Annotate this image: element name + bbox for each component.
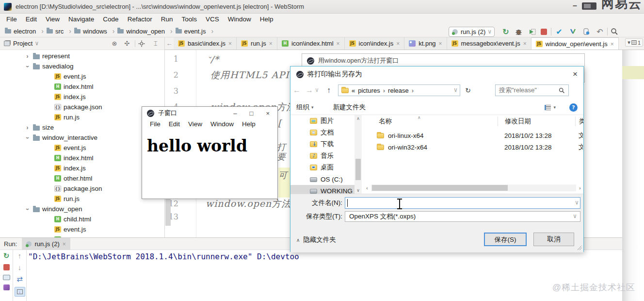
- chevron-icon[interactable]: [24, 134, 31, 141]
- menu-item[interactable]: Edit: [21, 14, 41, 25]
- tree-item[interactable]: other.html: [0, 173, 164, 184]
- minimize-icon[interactable]: –: [233, 110, 237, 117]
- tree-item[interactable]: package.json: [0, 184, 164, 194]
- rerun-button[interactable]: ↻: [3, 252, 10, 260]
- hide-panel-button[interactable]: ⌶: [151, 40, 161, 48]
- editor-tab[interactable]: messagebox\event.js: [447, 37, 531, 50]
- rollback-button[interactable]: ↶: [595, 26, 605, 37]
- filetype-select[interactable]: OpenXPS 文档(*.oxps) \/: [345, 211, 580, 222]
- update-project-button[interactable]: [567, 26, 578, 37]
- sidebar-item[interactable]: 图片: [290, 115, 354, 127]
- new-folder-button[interactable]: 新建文件夹: [333, 103, 366, 112]
- scroll-right-icon[interactable]: ›: [576, 185, 584, 191]
- file-row[interactable]: ori-linux-x64 2018/10/2 13:28 文件夹: [363, 130, 584, 141]
- menu-item[interactable]: Window: [210, 120, 234, 128]
- breadcrumb-item[interactable]: electron: [5, 27, 47, 35]
- sidebar-scrollbar[interactable]: ∧ ∨: [354, 115, 362, 194]
- down-stack-trace-button[interactable]: ↓: [18, 264, 22, 271]
- view-mode-button[interactable]: ▾: [545, 105, 556, 110]
- attach-device-button[interactable]: [581, 26, 592, 37]
- sidebar-item[interactable]: 文档: [290, 127, 354, 138]
- sidebar-item[interactable]: 下载: [290, 138, 354, 150]
- stop-button[interactable]: [538, 26, 549, 37]
- horizontal-scrollbar[interactable]: ‹ ›: [363, 184, 584, 192]
- tree-item[interactable]: index.html: [0, 153, 164, 163]
- run-with-coverage-button[interactable]: [527, 26, 537, 37]
- filename-input[interactable]: [348, 200, 561, 207]
- tree-item[interactable]: run.js: [0, 112, 164, 122]
- close-tab-icon[interactable]: [269, 40, 273, 47]
- tree-item[interactable]: index.html: [0, 82, 164, 92]
- menu-item[interactable]: Window: [224, 14, 256, 25]
- tree-item[interactable]: savedialog: [0, 61, 164, 71]
- filename-input-wrap[interactable]: \/: [345, 197, 580, 209]
- menu-item[interactable]: File: [150, 120, 161, 128]
- breadcrumb-item[interactable]: windows: [74, 27, 118, 35]
- tree-item[interactable]: event.js: [0, 71, 164, 82]
- dialog-title-bar[interactable]: 将打印输出另存为 ×: [290, 67, 583, 82]
- editor-tab[interactable]: basic\index.js: [174, 37, 237, 50]
- project-panel-title[interactable]: Project: [13, 40, 32, 47]
- chevron-icon[interactable]: [24, 63, 31, 70]
- fold-marker-icon[interactable]: ⌄: [208, 52, 213, 60]
- chevron-down-icon[interactable]: \/: [35, 41, 38, 46]
- up-stack-trace-button[interactable]: ↑: [18, 252, 22, 260]
- sidebar-item[interactable]: OS (C:): [290, 173, 354, 185]
- tabs-scroll-left-icon[interactable]: [165, 37, 174, 50]
- scrollbar-track[interactable]: [371, 184, 576, 191]
- menu-item[interactable]: Tools: [177, 14, 201, 25]
- console-output[interactable]: "D:\JetBrains\WebStorm 2018.1.4\bin\runn…: [28, 252, 300, 267]
- restore-layout-button[interactable]: ⇄: [16, 275, 23, 283]
- chevron-icon[interactable]: [24, 124, 31, 131]
- tree-item[interactable]: index.js: [0, 92, 164, 102]
- close-icon[interactable]: ×: [573, 69, 578, 79]
- locate-file-button[interactable]: ✣: [122, 40, 132, 47]
- editor-tab[interactable]: icon\index.html: [277, 37, 345, 50]
- child-window-title-bar[interactable]: 子窗口 – □ ×: [142, 107, 277, 119]
- settings-gear-button[interactable]: [138, 40, 148, 47]
- refresh-button[interactable]: ↻: [462, 84, 474, 96]
- close-tab-icon[interactable]: [63, 240, 66, 248]
- run-button[interactable]: ↻: [500, 26, 511, 37]
- menu-item[interactable]: Edit: [169, 120, 180, 128]
- menu-item[interactable]: Code: [98, 14, 123, 25]
- run-tab[interactable]: run.js (2): [22, 238, 70, 250]
- close-icon[interactable]: ×: [266, 110, 270, 117]
- column-header-type[interactable]: 类型: [579, 117, 583, 126]
- save-button[interactable]: 保存(S): [484, 233, 527, 246]
- sidebar-item[interactable]: 桌面: [290, 162, 354, 173]
- menu-item[interactable]: File: [2, 14, 21, 25]
- scrollbar-thumb[interactable]: [355, 159, 361, 180]
- menu-item[interactable]: View: [41, 14, 64, 25]
- tool-button[interactable]: [3, 284, 10, 290]
- scroll-to-end-button[interactable]: ↓: [15, 287, 25, 297]
- scroll-down-icon[interactable]: ∨: [354, 188, 362, 193]
- close-tab-icon[interactable]: [611, 40, 614, 48]
- search-box[interactable]: 搜索"release": [495, 84, 569, 96]
- scroll-up-icon[interactable]: ∧: [354, 116, 362, 121]
- tree-item[interactable]: window_open: [0, 204, 164, 214]
- chevron-icon[interactable]: [24, 206, 31, 213]
- show-console-button[interactable]: [3, 275, 10, 280]
- back-button[interactable]: ←: [290, 86, 303, 95]
- tree-item[interactable]: run.js: [0, 194, 164, 204]
- tree-item[interactable]: package.json: [0, 102, 164, 112]
- tree-item[interactable]: child.html: [0, 214, 164, 224]
- scroll-left-icon[interactable]: ‹: [363, 185, 371, 191]
- chevron-down-icon[interactable]: \/: [576, 201, 578, 205]
- search-everywhere-button[interactable]: [609, 26, 620, 37]
- column-header-date[interactable]: 修改日期: [505, 117, 579, 126]
- maximize-icon[interactable]: □: [250, 110, 254, 117]
- menu-item[interactable]: Refactor: [123, 14, 157, 25]
- close-tab-icon[interactable]: [228, 40, 232, 47]
- tree-item[interactable]: represent: [0, 51, 164, 61]
- menu-item[interactable]: Navigate: [64, 14, 98, 25]
- close-tab-icon[interactable]: [396, 40, 400, 47]
- tree-item[interactable]: size: [0, 122, 164, 133]
- stop-button[interactable]: [3, 264, 10, 270]
- breadcrumb-item[interactable]: window_open: [117, 27, 175, 35]
- collapse-all-button[interactable]: ⊗: [110, 40, 119, 47]
- menu-item[interactable]: Run: [157, 14, 177, 25]
- chevron-down-icon[interactable]: \/: [454, 88, 457, 93]
- close-tab-icon[interactable]: [439, 40, 442, 47]
